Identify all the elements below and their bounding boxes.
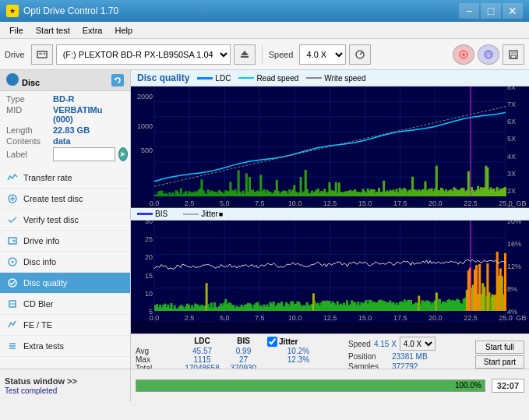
speed-ctrl-label: Speed	[348, 340, 371, 348]
progress-text: 100.0%	[455, 380, 481, 391]
jitter-checkbox[interactable]	[267, 337, 277, 347]
nav-transfer-rate-label: Transfer rate	[23, 173, 72, 182]
nav-verify-test-disc[interactable]: Verify test disc	[0, 210, 130, 231]
disc-quality-icon	[6, 277, 19, 289]
nav-drive-info[interactable]: Drive info	[0, 231, 130, 252]
start-part-button[interactable]: Start part	[475, 355, 524, 369]
jitter-checkbox-wrapper: Jitter	[267, 337, 330, 347]
svg-point-2	[43, 52, 45, 55]
legend-jitter: Jitter ■	[183, 210, 223, 218]
nav-disc-quality-label: Disc quality	[23, 278, 67, 288]
drive-label: Drive	[5, 50, 25, 59]
bis-total: 370930	[226, 364, 261, 369]
progress-bar: 100.0%	[136, 379, 485, 392]
app-icon: ★	[6, 5, 19, 17]
jitter-label: Jitter	[279, 337, 298, 346]
status-window-label: Status window >>	[5, 376, 125, 386]
mid-value: VERBATIMu (000)	[53, 105, 124, 124]
content-area: Disc quality LDC Read speed Write speed	[131, 70, 529, 369]
cd-bler-icon	[6, 298, 19, 310]
main-layout: Disc Type BD-R MID VERBATIMu (000) Lengt…	[0, 70, 529, 369]
ldc-header: LDC	[185, 337, 220, 347]
nav-drive-info-label: Drive info	[23, 236, 59, 245]
chart-controls: LDC BIS Jitter Avg 45.57 0.99 10.2%	[131, 334, 529, 369]
drive-icon-btn[interactable]	[31, 44, 53, 65]
titlebar: ★ Opti Drive Control 1.70 − □ ✕	[0, 0, 529, 22]
ldc-max: 1115	[185, 355, 220, 364]
status-right: 100.0% 32:07	[131, 369, 529, 401]
bis-header: BIS	[226, 337, 261, 347]
menu-help[interactable]: Help	[108, 24, 139, 37]
eject-icon-btn[interactable]	[234, 44, 256, 65]
nav-fe-te-label: FE / TE	[23, 320, 52, 330]
nav-disc-info[interactable]: Disc info	[0, 252, 130, 273]
disc-refresh-btn[interactable]	[111, 74, 124, 86]
ldc-total: 17048658	[185, 364, 220, 369]
verify-icon	[6, 214, 19, 226]
maximize-button[interactable]: □	[481, 3, 501, 19]
svg-rect-4	[241, 56, 249, 58]
menu-start-test[interactable]: Start test	[30, 24, 76, 37]
speed-ctrl-value: 4.15 X	[374, 340, 397, 348]
menu-extra[interactable]: Extra	[76, 24, 109, 37]
nav-cd-bler-label: CD Bler	[23, 299, 54, 309]
nav-transfer-rate[interactable]: Transfer rate	[0, 168, 130, 189]
test-completed-label: Test completed	[5, 386, 125, 395]
fe-te-icon	[6, 319, 19, 331]
svg-point-19	[13, 240, 16, 242]
nav-disc-quality[interactable]: Disc quality	[0, 273, 130, 294]
nav-cd-bler[interactable]: CD Bler	[0, 294, 130, 315]
speed-select[interactable]: 4.0 X	[299, 44, 346, 65]
label-input[interactable]	[53, 147, 115, 161]
total-label: Total	[136, 364, 178, 369]
legend-read-speed: Read speed	[238, 74, 298, 83]
toolbar: Drive (F:) PLEXTOR BD-R PX-LB950SA 1.04 …	[0, 39, 529, 70]
close-button[interactable]: ✕	[503, 3, 523, 19]
disc-icon-btn[interactable]	[453, 44, 474, 65]
label-go-btn[interactable]	[118, 147, 128, 161]
svg-point-21	[12, 261, 14, 263]
nav-create-test-disc[interactable]: Create test disc	[0, 189, 130, 210]
nav-extra-tests[interactable]: Extra tests	[0, 336, 130, 357]
disc-info-icon	[6, 256, 19, 268]
stats-section: LDC BIS Jitter Avg 45.57 0.99 10.2%	[136, 337, 436, 369]
sidebar: Disc Type BD-R MID VERBATIMu (000) Lengt…	[0, 70, 131, 369]
menu-file[interactable]: File	[3, 24, 30, 37]
chart-top	[131, 86, 529, 208]
jitter-max: 12.3%	[267, 355, 330, 364]
create-test-icon	[6, 192, 19, 205]
svg-marker-3	[241, 51, 249, 55]
svg-point-8	[463, 53, 465, 55]
sidebar-nav: Transfer rate Create test disc Verify te…	[0, 168, 130, 369]
nav-disc-info-label: Disc info	[23, 257, 56, 266]
chart-bottom	[131, 221, 529, 334]
svg-marker-14	[114, 79, 117, 80]
speed-label: Speed	[269, 50, 294, 59]
samples-value: 372792	[392, 362, 418, 369]
chart-container: BIS Jitter ■	[131, 86, 529, 334]
speed-icon-btn[interactable]	[349, 44, 371, 65]
bis-max: 27	[226, 355, 261, 364]
svg-rect-1	[39, 53, 42, 55]
nav-verify-label: Verify test disc	[23, 215, 79, 224]
minimize-button[interactable]: −	[459, 3, 479, 19]
save-icon-btn[interactable]	[503, 44, 524, 65]
speed-ctrl-select[interactable]: 4.0 X	[400, 337, 436, 351]
transfer-rate-icon	[6, 171, 19, 184]
contents-value: data	[53, 136, 71, 146]
statusbar: Status window >> Test completed 100.0% 3…	[0, 369, 529, 401]
start-full-button[interactable]: Start full	[475, 341, 524, 354]
disc-info-panel: Type BD-R MID VERBATIMu (000) Length 22.…	[0, 91, 130, 168]
nav-fe-te[interactable]: FE / TE	[0, 315, 130, 336]
stats-speed: Speed 4.15 X 4.0 X Position 23381 MB Sam…	[348, 337, 436, 369]
chart-header: Disc quality LDC Read speed Write speed	[131, 70, 529, 86]
chart-bottom-legend: BIS Jitter ■	[131, 208, 529, 221]
info-icon-btn[interactable]: i	[478, 44, 499, 65]
status-left: Status window >> Test completed	[0, 369, 131, 401]
drive-select[interactable]: (F:) PLEXTOR BD-R PX-LB950SA 1.04	[56, 44, 231, 65]
mid-label: MID	[6, 105, 53, 124]
extra-tests-icon	[6, 340, 19, 352]
disc-header-icon	[6, 73, 19, 86]
nav-create-test-label: Create test disc	[23, 194, 83, 203]
titlebar-controls: − □ ✕	[459, 3, 523, 19]
